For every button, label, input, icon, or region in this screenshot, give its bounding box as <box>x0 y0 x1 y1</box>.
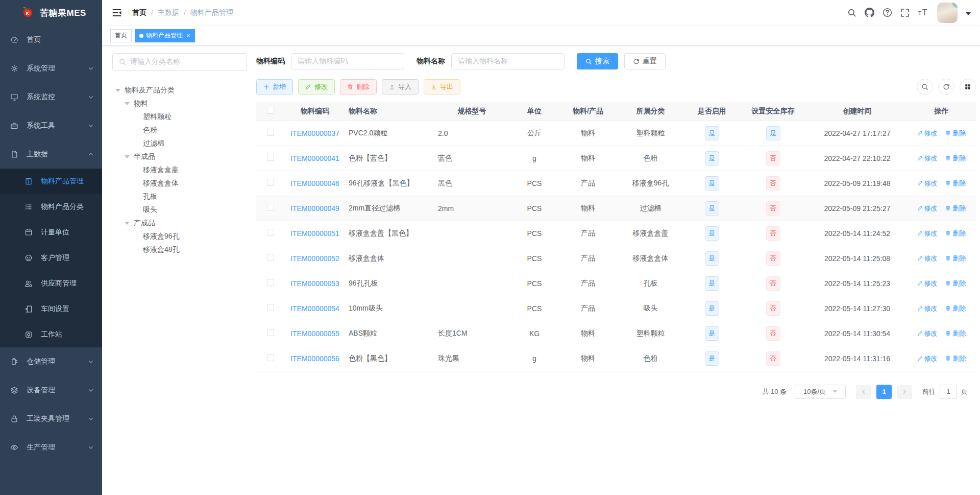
sidebar-item-material-product-category[interactable]: 物料产品分类 <box>0 194 102 220</box>
next-page-button[interactable] <box>897 385 912 399</box>
search-button[interactable]: 搜索 <box>577 53 618 69</box>
row-delete-link[interactable]: 删除 <box>945 304 966 313</box>
toggle-search-button[interactable] <box>917 79 933 95</box>
tree-expand-icon[interactable] <box>125 222 130 225</box>
row-delete-link[interactable]: 删除 <box>945 204 966 213</box>
tree-node-root[interactable]: 物料及产品分类 <box>112 84 247 97</box>
enabled-badge[interactable]: 是 <box>705 176 719 191</box>
sidebar-item-material-product-mgmt[interactable]: 物料产品管理 <box>0 169 102 194</box>
row-edit-link[interactable]: 修改 <box>917 279 938 288</box>
item-code-link[interactable]: ITEM00000041 <box>290 154 339 162</box>
enabled-badge[interactable]: 是 <box>705 276 719 291</box>
row-edit-link[interactable]: 修改 <box>917 229 938 238</box>
tree-node[interactable]: 物料 <box>112 97 247 110</box>
column-settings-button[interactable] <box>960 79 976 95</box>
row-checkbox[interactable] <box>267 129 274 136</box>
tree-node[interactable]: 移液盒盒体 <box>112 177 247 190</box>
item-code-link[interactable]: ITEM00000051 <box>290 229 339 238</box>
tree-node[interactable]: 过滤棉 <box>112 137 247 150</box>
sidebar-item-workstation[interactable]: 工作站 <box>0 322 102 347</box>
breadcrumb-home[interactable]: 首页 <box>132 8 146 17</box>
tree-node[interactable]: 孔板 <box>112 190 247 203</box>
sidebar-item-home[interactable]: 首页 <box>0 26 102 54</box>
row-edit-link[interactable]: 修改 <box>917 354 938 363</box>
row-edit-link[interactable]: 修改 <box>917 254 938 263</box>
enabled-badge[interactable]: 是 <box>705 326 719 341</box>
prev-page-button[interactable] <box>856 385 871 399</box>
item-code-link[interactable]: ITEM00000046 <box>290 179 339 187</box>
tree-node[interactable]: 移液盒48孔 <box>112 243 247 256</box>
sidebar-item-warehouse-mgmt[interactable]: 仓储管理 <box>0 347 102 376</box>
row-delete-link[interactable]: 删除 <box>945 154 966 163</box>
edit-button[interactable]: 修改 <box>298 79 335 95</box>
sidebar-item-system-admin[interactable]: 系统管理 <box>0 54 102 83</box>
row-checkbox[interactable] <box>267 204 274 211</box>
tree-node[interactable]: 半成品 <box>112 150 247 163</box>
safe-stock-badge[interactable]: 否 <box>766 201 780 216</box>
select-all-checkbox[interactable] <box>267 107 274 114</box>
tree-node[interactable]: 色粉 <box>112 124 247 137</box>
row-edit-link[interactable]: 修改 <box>917 329 938 338</box>
tree-expand-icon[interactable] <box>125 102 130 105</box>
tree-node[interactable]: 产成品 <box>112 217 247 230</box>
item-code-link[interactable]: ITEM00000037 <box>290 129 339 137</box>
row-delete-link[interactable]: 删除 <box>945 329 966 338</box>
sidebar-item-equipment-mgmt[interactable]: 设备管理 <box>0 376 102 405</box>
reset-button[interactable]: 重置 <box>624 53 666 69</box>
item-code-link[interactable]: ITEM00000055 <box>290 329 339 338</box>
item-code-link[interactable]: ITEM00000053 <box>290 279 339 288</box>
github-icon[interactable] <box>865 8 874 17</box>
row-delete-link[interactable]: 删除 <box>945 129 966 138</box>
sidebar-item-customer-mgmt[interactable]: 客户管理 <box>0 245 102 271</box>
sidebar-item-master-data[interactable]: 主数据 <box>0 140 102 169</box>
row-delete-link[interactable]: 删除 <box>945 354 966 363</box>
item-code-link[interactable]: ITEM00000056 <box>290 355 339 363</box>
sidebar-toggle-icon[interactable] <box>110 6 124 20</box>
row-checkbox[interactable] <box>267 254 274 261</box>
row-edit-link[interactable]: 修改 <box>917 129 938 138</box>
enabled-badge[interactable]: 是 <box>705 351 719 366</box>
row-edit-link[interactable]: 修改 <box>917 204 938 213</box>
category-search-input[interactable]: 请输入分类名称 <box>112 53 247 70</box>
tree-node[interactable]: 移液盒96孔 <box>112 230 247 243</box>
sidebar-item-supplier-mgmt[interactable]: 供应商管理 <box>0 271 102 296</box>
enabled-badge[interactable]: 是 <box>705 301 719 316</box>
safe-stock-badge[interactable]: 否 <box>766 226 780 241</box>
enabled-badge[interactable]: 是 <box>705 151 719 166</box>
safe-stock-badge[interactable]: 是 <box>766 126 780 140</box>
tree-expand-icon[interactable] <box>125 155 130 158</box>
safe-stock-badge[interactable]: 否 <box>766 151 780 166</box>
search-icon[interactable] <box>847 8 856 17</box>
tree-expand-icon[interactable] <box>115 89 120 92</box>
row-checkbox[interactable] <box>267 279 274 286</box>
fullscreen-icon[interactable] <box>900 8 910 17</box>
row-edit-link[interactable]: 修改 <box>917 154 938 163</box>
user-menu-caret-icon[interactable] <box>966 12 971 18</box>
refresh-button[interactable] <box>938 79 954 95</box>
page-number-button[interactable]: 1 <box>876 385 892 399</box>
row-checkbox[interactable] <box>267 229 274 236</box>
enabled-badge[interactable]: 是 <box>705 226 719 241</box>
import-button[interactable]: 导入 <box>382 79 419 95</box>
enabled-badge[interactable]: 是 <box>705 126 719 140</box>
safe-stock-badge[interactable]: 否 <box>766 276 780 291</box>
item-code-link[interactable]: ITEM00000052 <box>290 254 339 263</box>
tab-close-icon[interactable]: × <box>185 32 190 39</box>
breadcrumb-master-data[interactable]: 主数据 <box>158 8 179 17</box>
item-code-link[interactable]: ITEM00000054 <box>290 304 339 313</box>
tab-home[interactable]: 首页 <box>110 29 132 42</box>
safe-stock-badge[interactable]: 否 <box>766 326 780 341</box>
row-delete-link[interactable]: 删除 <box>945 279 966 288</box>
user-avatar[interactable] <box>937 3 958 23</box>
row-delete-link[interactable]: 删除 <box>945 179 966 188</box>
enabled-badge[interactable]: 是 <box>705 251 719 266</box>
tree-node[interactable]: 吸头 <box>112 203 247 217</box>
row-checkbox[interactable] <box>267 179 274 186</box>
material-name-input[interactable]: 请输入物料名称 <box>451 53 565 69</box>
safe-stock-badge[interactable]: 否 <box>766 351 780 366</box>
material-code-input[interactable]: 请输入物料编码 <box>291 53 404 69</box>
item-code-link[interactable]: ITEM00000049 <box>290 204 339 213</box>
sidebar-item-system-monitor[interactable]: 系统监控 <box>0 83 102 111</box>
delete-button[interactable]: 删除 <box>340 79 377 95</box>
safe-stock-badge[interactable]: 否 <box>766 176 780 191</box>
